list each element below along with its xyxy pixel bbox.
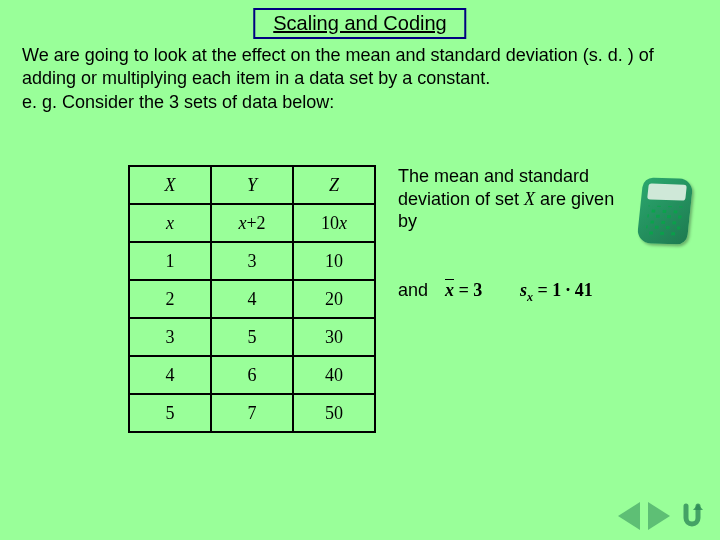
cell: 1 xyxy=(129,242,211,280)
calculator-icon xyxy=(637,177,694,244)
table-row: 4 6 40 xyxy=(129,356,375,394)
formula-x: x xyxy=(166,213,174,233)
cell: 10 xyxy=(293,242,375,280)
side-text-mean-sd: The mean and standard deviation of set X… xyxy=(398,165,638,233)
table-row: 2 4 20 xyxy=(129,280,375,318)
table-row: 5 7 50 xyxy=(129,394,375,432)
return-icon[interactable] xyxy=(678,502,706,530)
cell: 3 xyxy=(129,318,211,356)
formula-mean: x = 3 xyxy=(445,280,482,301)
cell: 50 xyxy=(293,394,375,432)
table-row: 3 5 30 xyxy=(129,318,375,356)
formula-xplus2: x+2 xyxy=(211,204,293,242)
formula-10x: 10x xyxy=(293,204,375,242)
formula-sd: sx = 1 · 41 xyxy=(520,280,593,305)
and-label: and xyxy=(398,280,428,301)
col-header-X: X xyxy=(165,175,176,195)
cell: 5 xyxy=(211,318,293,356)
cell: 40 xyxy=(293,356,375,394)
data-table: X Y Z x x+2 10x 1 3 10 2 4 20 3 5 30 4 6… xyxy=(128,165,376,433)
cell: 20 xyxy=(293,280,375,318)
cell: 4 xyxy=(129,356,211,394)
cell: 6 xyxy=(211,356,293,394)
cell: 2 xyxy=(129,280,211,318)
nav-controls xyxy=(618,502,706,530)
next-icon[interactable] xyxy=(648,502,670,530)
table-header-row: X Y Z xyxy=(129,166,375,204)
cell: 7 xyxy=(211,394,293,432)
prev-icon[interactable] xyxy=(618,502,640,530)
cell: 3 xyxy=(211,242,293,280)
slide-title: Scaling and Coding xyxy=(253,8,466,39)
cell: 4 xyxy=(211,280,293,318)
col-header-Z: Z xyxy=(329,175,339,195)
intro-text: We are going to look at the effect on th… xyxy=(22,44,698,114)
table-formula-row: x x+2 10x xyxy=(129,204,375,242)
table-row: 1 3 10 xyxy=(129,242,375,280)
cell: 5 xyxy=(129,394,211,432)
cell: 30 xyxy=(293,318,375,356)
svg-marker-0 xyxy=(693,504,703,510)
col-header-Y: Y xyxy=(247,175,257,195)
